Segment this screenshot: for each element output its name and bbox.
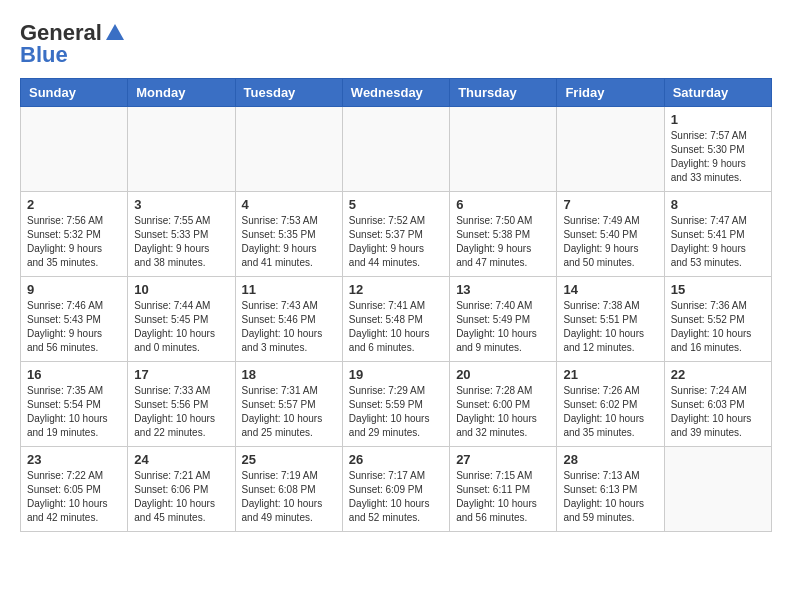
calendar-day-cell: 9Sunrise: 7:46 AMSunset: 5:43 PMDaylight… xyxy=(21,277,128,362)
day-number: 7 xyxy=(563,197,657,212)
calendar-table: SundayMondayTuesdayWednesdayThursdayFrid… xyxy=(20,78,772,532)
day-number: 12 xyxy=(349,282,443,297)
day-number: 18 xyxy=(242,367,336,382)
day-info: Sunrise: 7:33 AMSunset: 5:56 PMDaylight:… xyxy=(134,384,228,440)
day-number: 22 xyxy=(671,367,765,382)
calendar-day-cell: 22Sunrise: 7:24 AMSunset: 6:03 PMDayligh… xyxy=(664,362,771,447)
day-info: Sunrise: 7:26 AMSunset: 6:02 PMDaylight:… xyxy=(563,384,657,440)
calendar-day-cell: 28Sunrise: 7:13 AMSunset: 6:13 PMDayligh… xyxy=(557,447,664,532)
calendar-day-cell: 6Sunrise: 7:50 AMSunset: 5:38 PMDaylight… xyxy=(450,192,557,277)
day-info: Sunrise: 7:49 AMSunset: 5:40 PMDaylight:… xyxy=(563,214,657,270)
day-number: 1 xyxy=(671,112,765,127)
day-number: 9 xyxy=(27,282,121,297)
day-info: Sunrise: 7:17 AMSunset: 6:09 PMDaylight:… xyxy=(349,469,443,525)
calendar-week-row: 23Sunrise: 7:22 AMSunset: 6:05 PMDayligh… xyxy=(21,447,772,532)
calendar-week-row: 9Sunrise: 7:46 AMSunset: 5:43 PMDaylight… xyxy=(21,277,772,362)
day-number: 23 xyxy=(27,452,121,467)
day-number: 28 xyxy=(563,452,657,467)
day-info: Sunrise: 7:52 AMSunset: 5:37 PMDaylight:… xyxy=(349,214,443,270)
page-header: General Blue xyxy=(20,20,772,68)
calendar-day-cell: 27Sunrise: 7:15 AMSunset: 6:11 PMDayligh… xyxy=(450,447,557,532)
calendar-day-cell xyxy=(235,107,342,192)
day-info: Sunrise: 7:47 AMSunset: 5:41 PMDaylight:… xyxy=(671,214,765,270)
calendar-day-cell: 25Sunrise: 7:19 AMSunset: 6:08 PMDayligh… xyxy=(235,447,342,532)
day-info: Sunrise: 7:22 AMSunset: 6:05 PMDaylight:… xyxy=(27,469,121,525)
day-info: Sunrise: 7:44 AMSunset: 5:45 PMDaylight:… xyxy=(134,299,228,355)
calendar-header-row: SundayMondayTuesdayWednesdayThursdayFrid… xyxy=(21,79,772,107)
day-info: Sunrise: 7:28 AMSunset: 6:00 PMDaylight:… xyxy=(456,384,550,440)
calendar-day-cell: 15Sunrise: 7:36 AMSunset: 5:52 PMDayligh… xyxy=(664,277,771,362)
day-number: 11 xyxy=(242,282,336,297)
day-number: 17 xyxy=(134,367,228,382)
day-number: 3 xyxy=(134,197,228,212)
weekday-header: Friday xyxy=(557,79,664,107)
weekday-header: Monday xyxy=(128,79,235,107)
weekday-header: Wednesday xyxy=(342,79,449,107)
calendar-day-cell: 11Sunrise: 7:43 AMSunset: 5:46 PMDayligh… xyxy=(235,277,342,362)
day-info: Sunrise: 7:29 AMSunset: 5:59 PMDaylight:… xyxy=(349,384,443,440)
calendar-day-cell: 1Sunrise: 7:57 AMSunset: 5:30 PMDaylight… xyxy=(664,107,771,192)
day-info: Sunrise: 7:21 AMSunset: 6:06 PMDaylight:… xyxy=(134,469,228,525)
day-info: Sunrise: 7:15 AMSunset: 6:11 PMDaylight:… xyxy=(456,469,550,525)
calendar-day-cell: 8Sunrise: 7:47 AMSunset: 5:41 PMDaylight… xyxy=(664,192,771,277)
calendar-day-cell xyxy=(664,447,771,532)
calendar-day-cell: 17Sunrise: 7:33 AMSunset: 5:56 PMDayligh… xyxy=(128,362,235,447)
day-info: Sunrise: 7:46 AMSunset: 5:43 PMDaylight:… xyxy=(27,299,121,355)
day-info: Sunrise: 7:31 AMSunset: 5:57 PMDaylight:… xyxy=(242,384,336,440)
day-number: 16 xyxy=(27,367,121,382)
day-number: 27 xyxy=(456,452,550,467)
day-info: Sunrise: 7:13 AMSunset: 6:13 PMDaylight:… xyxy=(563,469,657,525)
day-number: 26 xyxy=(349,452,443,467)
day-number: 20 xyxy=(456,367,550,382)
day-number: 25 xyxy=(242,452,336,467)
day-number: 6 xyxy=(456,197,550,212)
calendar-day-cell xyxy=(21,107,128,192)
calendar-day-cell xyxy=(128,107,235,192)
day-info: Sunrise: 7:53 AMSunset: 5:35 PMDaylight:… xyxy=(242,214,336,270)
weekday-header: Saturday xyxy=(664,79,771,107)
day-info: Sunrise: 7:24 AMSunset: 6:03 PMDaylight:… xyxy=(671,384,765,440)
calendar-day-cell: 26Sunrise: 7:17 AMSunset: 6:09 PMDayligh… xyxy=(342,447,449,532)
logo-icon xyxy=(104,22,126,44)
svg-marker-0 xyxy=(106,24,124,40)
calendar-day-cell: 14Sunrise: 7:38 AMSunset: 5:51 PMDayligh… xyxy=(557,277,664,362)
weekday-header: Thursday xyxy=(450,79,557,107)
calendar-day-cell: 10Sunrise: 7:44 AMSunset: 5:45 PMDayligh… xyxy=(128,277,235,362)
day-info: Sunrise: 7:43 AMSunset: 5:46 PMDaylight:… xyxy=(242,299,336,355)
day-number: 14 xyxy=(563,282,657,297)
day-info: Sunrise: 7:41 AMSunset: 5:48 PMDaylight:… xyxy=(349,299,443,355)
day-number: 21 xyxy=(563,367,657,382)
day-number: 13 xyxy=(456,282,550,297)
day-number: 4 xyxy=(242,197,336,212)
calendar-day-cell xyxy=(557,107,664,192)
day-info: Sunrise: 7:56 AMSunset: 5:32 PMDaylight:… xyxy=(27,214,121,270)
day-number: 24 xyxy=(134,452,228,467)
calendar-day-cell: 12Sunrise: 7:41 AMSunset: 5:48 PMDayligh… xyxy=(342,277,449,362)
day-info: Sunrise: 7:50 AMSunset: 5:38 PMDaylight:… xyxy=(456,214,550,270)
calendar-week-row: 2Sunrise: 7:56 AMSunset: 5:32 PMDaylight… xyxy=(21,192,772,277)
calendar-week-row: 1Sunrise: 7:57 AMSunset: 5:30 PMDaylight… xyxy=(21,107,772,192)
day-info: Sunrise: 7:38 AMSunset: 5:51 PMDaylight:… xyxy=(563,299,657,355)
day-number: 2 xyxy=(27,197,121,212)
calendar-week-row: 16Sunrise: 7:35 AMSunset: 5:54 PMDayligh… xyxy=(21,362,772,447)
calendar-day-cell: 19Sunrise: 7:29 AMSunset: 5:59 PMDayligh… xyxy=(342,362,449,447)
calendar-day-cell xyxy=(342,107,449,192)
calendar-day-cell: 5Sunrise: 7:52 AMSunset: 5:37 PMDaylight… xyxy=(342,192,449,277)
calendar-day-cell: 7Sunrise: 7:49 AMSunset: 5:40 PMDaylight… xyxy=(557,192,664,277)
day-number: 15 xyxy=(671,282,765,297)
calendar-day-cell: 23Sunrise: 7:22 AMSunset: 6:05 PMDayligh… xyxy=(21,447,128,532)
logo: General Blue xyxy=(20,20,126,68)
calendar-day-cell: 13Sunrise: 7:40 AMSunset: 5:49 PMDayligh… xyxy=(450,277,557,362)
calendar-day-cell: 16Sunrise: 7:35 AMSunset: 5:54 PMDayligh… xyxy=(21,362,128,447)
day-number: 5 xyxy=(349,197,443,212)
calendar-day-cell xyxy=(450,107,557,192)
weekday-header: Sunday xyxy=(21,79,128,107)
calendar-day-cell: 18Sunrise: 7:31 AMSunset: 5:57 PMDayligh… xyxy=(235,362,342,447)
day-number: 19 xyxy=(349,367,443,382)
day-info: Sunrise: 7:40 AMSunset: 5:49 PMDaylight:… xyxy=(456,299,550,355)
calendar-day-cell: 21Sunrise: 7:26 AMSunset: 6:02 PMDayligh… xyxy=(557,362,664,447)
calendar-day-cell: 24Sunrise: 7:21 AMSunset: 6:06 PMDayligh… xyxy=(128,447,235,532)
day-info: Sunrise: 7:55 AMSunset: 5:33 PMDaylight:… xyxy=(134,214,228,270)
day-number: 10 xyxy=(134,282,228,297)
day-info: Sunrise: 7:35 AMSunset: 5:54 PMDaylight:… xyxy=(27,384,121,440)
